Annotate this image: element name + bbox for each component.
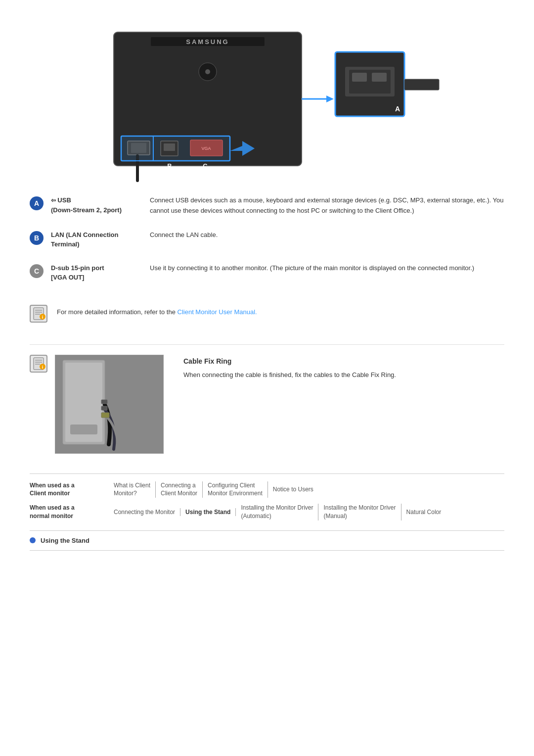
svg-rect-29 [35,312,42,313]
current-page-label: Using the Stand [41,537,89,544]
client-manual-link[interactable]: Client Monitor User Manual. [178,308,257,316]
cable-image-container: i [30,355,164,454]
connection-row-vga: C D-sub 15-pin port [VGA OUT] Use it by … [30,261,504,285]
cable-description-area: Cable Fix Ring When connecting the cable… [183,355,504,380]
nav-item-configuring-client[interactable]: Configuring ClientMonitor Environment [203,481,268,498]
client-label-line2: Client monitor [30,490,70,497]
nav-item-what-is-client[interactable]: What is ClientMonitor? [109,481,156,498]
badge-b: B [30,231,44,245]
info-note: i For more detailed information, refer t… [30,300,504,330]
svg-point-4 [205,69,210,74]
info-text-prefix: For more detailed information, refer to … [57,308,178,316]
client-nav-items: What is ClientMonitor? Connecting aClien… [109,481,318,498]
svg-rect-24 [404,79,439,90]
badge-a: A [30,196,44,210]
usb-icon: ⇦ [51,197,57,204]
usb-label-line1: USB [57,196,71,204]
nav-item-notice-users[interactable]: Notice to Users [268,485,318,494]
vga-label-line2: [VGA OUT] [51,274,84,281]
svg-text:VGA: VGA [201,146,211,151]
nav-row-client: When used as a Client monitor What is Cl… [30,481,504,498]
lan-description: Connect the LAN cable. [150,230,504,240]
svg-rect-36 [35,364,40,365]
cable-photo [55,355,164,454]
svg-text:C: C [203,162,208,170]
badge-c: C [30,264,44,278]
info-icon-container: i [30,305,49,325]
svg-text:SAMSUNG: SAMSUNG [186,38,229,46]
usb-description: Connect USB devices such as a mouse, key… [150,195,504,216]
svg-rect-21 [352,73,367,82]
svg-rect-9 [164,143,175,151]
usb-label-line2: (Down-Stream 2, 2port) [51,206,122,214]
connection-row-lan: B LAN (LAN Connection Terminal) Connect … [30,228,504,252]
bottom-navigation: When used as a Client monitor What is Cl… [30,473,504,520]
cable-photo-svg [55,355,164,454]
svg-rect-28 [35,310,42,311]
cable-fix-section: i [30,355,504,454]
current-page-section: Using the Stand [30,530,504,555]
cable-fix-description: When connecting the cable is finished, f… [183,370,504,380]
info-svg-icon: i [32,307,45,321]
nav-item-using-stand[interactable]: Using the Stand [180,508,236,517]
nav-item-natural-color[interactable]: Natural Color [401,508,446,517]
svg-text:A: A [395,105,400,113]
conn-label-usb: ⇦ USB (Down-Stream 2, 2port) [51,195,150,215]
monitor-image-area: SAMSUNG VGA A B C [30,20,504,188]
svg-text:B: B [167,162,172,170]
cable-section-icon: i [30,355,47,373]
nav-item-install-driver-auto[interactable]: Installing the Monitor Driver(Automatic) [236,504,318,520]
svg-rect-25 [121,136,153,161]
svg-rect-30 [35,314,40,315]
nav-category-normal: When used as a normal monitor [30,504,109,520]
normal-nav-items: Connecting the Monitor Using the Stand I… [109,504,446,520]
svg-rect-34 [35,360,42,361]
svg-rect-43 [101,400,107,404]
svg-rect-44 [101,406,107,410]
conn-label-vga: D-sub 15-pin port [VGA OUT] [51,263,150,283]
info-icon: i [30,305,47,323]
svg-text:i: i [42,315,44,320]
nav-category-client: When used as a Client monitor [30,481,109,498]
cable-fix-title: Cable Fix Ring [183,357,504,365]
svg-rect-22 [372,73,387,82]
current-page-divider [30,550,504,551]
section-divider [30,344,504,345]
svg-rect-35 [35,362,42,363]
connection-table: A ⇦ USB (Down-Stream 2, 2port) Connect U… [30,193,504,285]
current-page-dot [30,537,36,543]
cable-icon-svg: i [32,357,45,371]
svg-rect-45 [101,413,109,418]
svg-text:i: i [42,365,44,370]
normal-label-line2: normal monitor [30,513,73,520]
info-text-content: For more detailed information, refer to … [57,305,257,318]
nav-item-connecting-client[interactable]: Connecting aClient Monitor [156,481,203,498]
vga-label-line1: D-sub 15-pin port [51,264,104,272]
page-container: SAMSUNG VGA A B C [0,0,534,565]
lan-label-line2: Terminal) [51,240,80,248]
monitor-diagram-svg: SAMSUNG VGA A B C [74,22,460,186]
nav-item-install-driver-manual[interactable]: Installing the Monitor Driver(Manual) [318,504,401,520]
conn-label-lan: LAN (LAN Connection Terminal) [51,230,150,249]
normal-label-line1: When used as a [30,504,75,511]
connection-row-usb: A ⇦ USB (Down-Stream 2, 2port) Connect U… [30,193,504,219]
client-label-line1: When used as a [30,482,75,489]
nav-item-connecting-monitor[interactable]: Connecting the Monitor [109,508,180,517]
nav-row-normal: When used as a normal monitor Connecting… [30,504,504,520]
current-page-indicator: Using the Stand [30,537,504,544]
lan-label-line1: LAN (LAN Connection [51,231,118,238]
vga-description: Use it by connecting it to another monit… [150,263,504,274]
svg-marker-17 [326,95,334,102]
svg-rect-42 [70,425,97,434]
